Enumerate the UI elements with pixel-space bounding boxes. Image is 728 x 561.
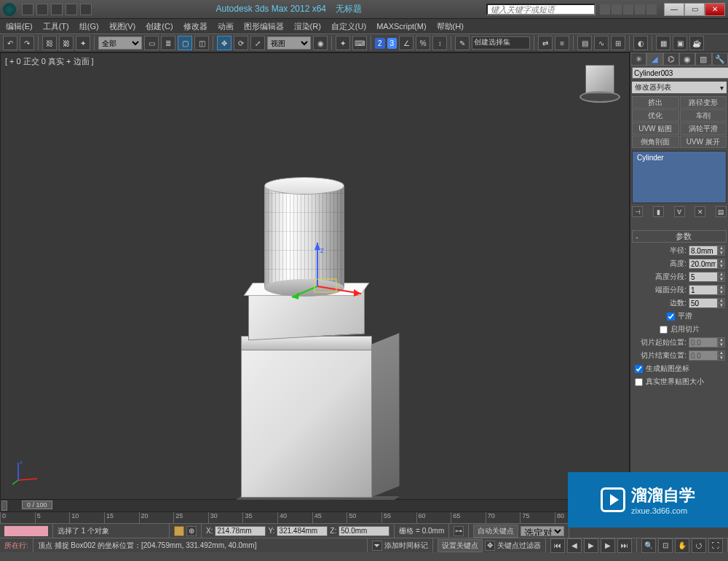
mod-lathe-button[interactable]: 车削 xyxy=(680,109,727,122)
tab-display-icon[interactable]: ▥ xyxy=(695,52,711,66)
play-icon[interactable]: ▶ xyxy=(584,538,598,553)
pivot-icon[interactable]: ◉ xyxy=(313,36,328,50)
spinner-up-icon[interactable]: ▲ xyxy=(718,246,725,251)
select-region-icon[interactable]: ▢ xyxy=(178,36,192,50)
modifier-list-dropdown[interactable]: 修改器列表▾ xyxy=(632,82,727,93)
timeconfig-icon[interactable]: ⊶ xyxy=(454,526,464,536)
z-input[interactable] xyxy=(339,526,389,536)
menu-rendering[interactable]: 渲染(R) xyxy=(294,21,321,32)
key-filters-dropdown[interactable]: 选定对象 xyxy=(521,526,564,536)
tab-motion-icon[interactable]: ◉ xyxy=(679,52,695,66)
height-input[interactable] xyxy=(689,259,718,269)
key-filter-label[interactable]: 关键点过滤器 xyxy=(497,541,541,551)
mirror-icon[interactable]: ⇄ xyxy=(538,36,553,50)
frame-indicator[interactable]: 0 / 100 xyxy=(22,501,52,509)
selection-lock-icon[interactable] xyxy=(174,526,184,536)
height-segs-input[interactable] xyxy=(689,272,718,282)
snap-toggle-2d-icon[interactable]: 2 xyxy=(375,38,385,49)
menu-edit[interactable]: 编辑(E) xyxy=(6,21,33,32)
edit-named-sel-icon[interactable]: ✎ xyxy=(455,36,470,50)
time-tag-icon[interactable]: ⏷ xyxy=(372,541,382,551)
undo-icon[interactable]: ↶ xyxy=(3,36,17,50)
material-editor-icon[interactable]: ◐ xyxy=(633,36,648,50)
rollout-parameters-header[interactable]: - 参数 xyxy=(632,230,727,243)
mod-uvwmap-button[interactable]: UVW 贴图 xyxy=(632,122,679,135)
mod-pathdeform-button[interactable]: 路径变形 xyxy=(680,96,727,109)
keyboard-shortcut-icon[interactable]: ⌨ xyxy=(352,36,367,50)
menu-graph-editors[interactable]: 图形编辑器 xyxy=(244,21,284,32)
ref-coord-dropdown[interactable]: 视图 xyxy=(267,36,311,50)
cap-segs-input[interactable] xyxy=(689,285,718,295)
help-search-input[interactable] xyxy=(486,4,596,15)
viewcube-compass[interactable] xyxy=(579,91,620,103)
qat-save-icon[interactable] xyxy=(51,4,63,15)
viewport-perspective[interactable]: [ + 0 正交 0 真实 + 边面 ] z xyxy=(0,52,630,500)
qat-open-icon[interactable] xyxy=(36,4,48,15)
minimize-button[interactable]: — xyxy=(664,3,684,16)
tab-hierarchy-icon[interactable]: ⌬ xyxy=(663,52,679,66)
y-input[interactable] xyxy=(277,526,328,536)
zoom-icon[interactable]: 🔍 xyxy=(641,538,656,553)
percent-snap-icon[interactable]: % xyxy=(416,36,430,50)
qat-redo-icon[interactable] xyxy=(80,4,92,15)
viewcube[interactable] xyxy=(579,62,620,103)
menu-views[interactable]: 视图(V) xyxy=(109,21,136,32)
spinner-down-icon[interactable]: ▼ xyxy=(718,264,725,269)
qat-undo-icon[interactable] xyxy=(66,4,77,15)
mod-bevelprofile-button[interactable]: 倒角剖面 xyxy=(632,136,679,148)
spinner-up-icon[interactable]: ▲ xyxy=(718,272,725,277)
curve-editor-icon[interactable]: ∿ xyxy=(594,36,609,50)
menu-group[interactable]: 组(G) xyxy=(79,21,99,32)
tab-create-icon[interactable]: ✳ xyxy=(630,52,646,66)
layers-icon[interactable]: ▤ xyxy=(577,36,592,50)
menu-maxscript[interactable]: MAXScript(M) xyxy=(376,22,426,31)
set-key-button[interactable]: 设置关键点 xyxy=(438,539,483,552)
rendered-frame-icon[interactable]: ▣ xyxy=(673,36,687,50)
show-end-result-icon[interactable]: ▮ xyxy=(653,206,664,217)
app-menu-icon[interactable] xyxy=(3,3,16,16)
prev-frame-icon[interactable]: ◀ xyxy=(567,538,582,553)
remove-modifier-icon[interactable]: ✕ xyxy=(695,206,705,217)
bind-spacewarp-icon[interactable]: ✦ xyxy=(76,36,90,50)
configure-sets-icon[interactable]: ▤ xyxy=(716,206,727,217)
redo-icon[interactable]: ↷ xyxy=(20,36,34,50)
radius-input[interactable] xyxy=(689,246,718,256)
render-icon[interactable]: ☕ xyxy=(689,36,704,50)
snap-toggle-3d-icon[interactable]: 3 xyxy=(387,38,397,49)
add-time-tag[interactable]: 添加时间标记 xyxy=(384,541,428,551)
menu-animation[interactable]: 动画 xyxy=(218,21,234,32)
mod-extrude-button[interactable]: 挤出 xyxy=(632,96,679,109)
mod-optimize-button[interactable]: 优化 xyxy=(632,109,679,122)
select-manipulate-icon[interactable]: ✦ xyxy=(336,36,350,50)
subscription-icon[interactable] xyxy=(612,4,622,15)
menu-help[interactable]: 帮助(H) xyxy=(437,21,464,32)
viewcube-cube[interactable] xyxy=(585,65,614,94)
select-by-name-icon[interactable]: ≣ xyxy=(161,36,175,50)
max-toggle-icon[interactable]: ⛶ xyxy=(708,538,723,553)
timeline-left-icon[interactable] xyxy=(1,501,7,511)
spinner-up-icon[interactable]: ▲ xyxy=(718,259,725,264)
next-frame-icon[interactable]: ▶ xyxy=(601,538,615,553)
slice-checkbox[interactable] xyxy=(660,326,668,334)
menu-create[interactable]: 创建(C) xyxy=(146,21,173,32)
spinner-down-icon[interactable]: ▼ xyxy=(718,251,725,256)
sides-input[interactable] xyxy=(689,298,718,308)
real-world-checkbox[interactable] xyxy=(635,378,643,386)
viewport-label[interactable]: [ + 0 正交 0 真实 + 边面 ] xyxy=(5,56,94,67)
help-icon[interactable] xyxy=(646,4,657,15)
gen-uv-checkbox[interactable] xyxy=(635,365,643,373)
exchange-icon[interactable] xyxy=(623,4,633,15)
tab-modify-icon[interactable]: ◢ xyxy=(646,52,662,66)
unlink-icon[interactable]: ⛓̸ xyxy=(59,36,74,50)
transform-gizmo[interactable]: z xyxy=(288,243,376,332)
spinner-down-icon[interactable]: ▼ xyxy=(718,277,725,282)
menu-modifiers[interactable]: 修改器 xyxy=(183,21,207,32)
goto-end-icon[interactable]: ⏭ xyxy=(617,538,632,553)
zoom-all-icon[interactable]: ⊡ xyxy=(658,538,673,553)
stack-item-cylinder[interactable]: Cylinder xyxy=(634,153,724,162)
smooth-checkbox[interactable] xyxy=(667,313,675,321)
spinner-down-icon[interactable]: ▼ xyxy=(718,303,725,308)
qat-new-icon[interactable] xyxy=(22,4,33,15)
link-icon[interactable]: ⛓ xyxy=(42,36,57,50)
spinner-snap-icon[interactable]: ↕ xyxy=(432,36,447,50)
